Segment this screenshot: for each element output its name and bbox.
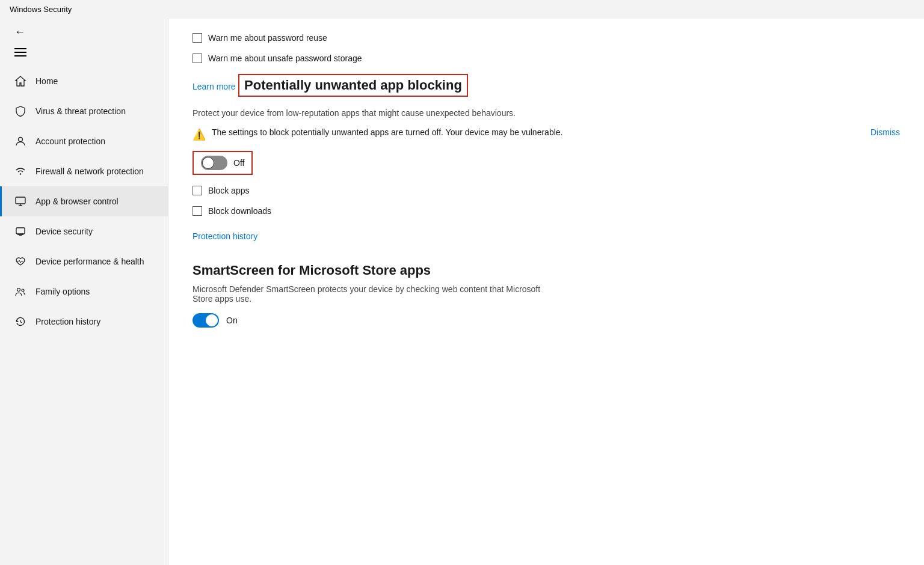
- sidebar-item-home-label: Home: [35, 76, 58, 86]
- protection-history-link[interactable]: Protection history: [192, 231, 257, 241]
- pua-toggle-box: Off: [192, 151, 253, 175]
- sidebar-item-virus-label: Virus & threat protection: [35, 106, 126, 116]
- pua-toggle-row: Off: [192, 151, 900, 175]
- svg-rect-2: [16, 197, 25, 204]
- sidebar-item-firewall-label: Firewall & network protection: [35, 166, 144, 176]
- main-content: Warn me about password reuse Warn me abo…: [168, 19, 924, 565]
- sidebar-item-app-browser-label: App & browser control: [35, 197, 119, 206]
- warning-icon: ⚠️: [192, 128, 206, 141]
- sidebar-item-device-security-label: Device security: [35, 227, 93, 236]
- heart-icon: [14, 255, 27, 268]
- sidebar-item-family-label: Family options: [35, 287, 90, 296]
- checkbox-warn-reuse-label: Warn me about password reuse: [208, 33, 327, 43]
- title-bar: Windows Security: [0, 0, 924, 19]
- checkbox-row-block-apps: Block apps: [192, 186, 900, 195]
- back-button[interactable]: ←: [10, 23, 30, 41]
- checkbox-warn-unsafe[interactable]: [192, 53, 202, 63]
- smartscreen-toggle-row: On: [192, 313, 900, 328]
- pua-description: Protect your device from low-reputation …: [192, 108, 553, 118]
- svg-point-6: [22, 289, 24, 292]
- family-icon: [14, 285, 27, 298]
- pua-toggle[interactable]: [201, 156, 227, 170]
- checkbox-block-apps-label: Block apps: [208, 186, 249, 195]
- wifi-icon: [14, 165, 27, 178]
- sidebar-item-virus[interactable]: Virus & threat protection: [0, 96, 168, 126]
- smartscreen-heading: SmartScreen for Microsoft Store apps: [192, 263, 900, 278]
- warning-text: The settings to block potentially unwant…: [212, 127, 864, 137]
- sidebar-item-account[interactable]: Account protection: [0, 126, 168, 156]
- device-icon: [14, 225, 27, 238]
- smartscreen-toggle-thumb: [206, 314, 218, 326]
- hamburger-row: [0, 46, 168, 66]
- hamburger-button[interactable]: [10, 46, 31, 59]
- pua-heading: Potentially unwanted app blocking: [244, 78, 462, 93]
- checkbox-row-warn-unsafe: Warn me about unsafe password storage: [192, 53, 900, 63]
- sidebar-item-home[interactable]: Home: [0, 66, 168, 96]
- svg-point-0: [19, 138, 23, 142]
- home-icon: [14, 75, 27, 88]
- person-icon: [14, 135, 27, 148]
- checkbox-block-apps[interactable]: [192, 186, 202, 195]
- sidebar: ← Home Virus & threat protection Account…: [0, 19, 168, 565]
- svg-point-5: [17, 289, 20, 292]
- sidebar-top: ←: [0, 19, 168, 46]
- smartscreen-description: Microsoft Defender SmartScreen protects …: [192, 284, 553, 304]
- smartscreen-toggle-label: On: [226, 316, 238, 325]
- sidebar-item-protection-history[interactable]: Protection history: [0, 307, 168, 337]
- checkbox-row-warn-reuse: Warn me about password reuse: [192, 33, 900, 43]
- smartscreen-toggle[interactable]: [192, 313, 219, 328]
- svg-point-1: [20, 173, 21, 174]
- shield-icon: [14, 105, 27, 118]
- sidebar-item-account-label: Account protection: [35, 136, 105, 146]
- checkbox-warn-reuse[interactable]: [192, 33, 202, 43]
- pua-toggle-thumb: [202, 157, 214, 169]
- checkbox-block-downloads[interactable]: [192, 206, 202, 216]
- sidebar-item-device-health-label: Device performance & health: [35, 257, 144, 266]
- sidebar-item-family[interactable]: Family options: [0, 276, 168, 307]
- checkbox-warn-unsafe-label: Warn me about unsafe password storage: [208, 53, 362, 63]
- history-icon: [14, 315, 27, 328]
- dismiss-link[interactable]: Dismiss: [870, 127, 900, 137]
- pua-heading-box: Potentially unwanted app blocking: [238, 74, 468, 97]
- pua-toggle-label: Off: [233, 158, 244, 168]
- app-title: Windows Security: [10, 5, 72, 14]
- warning-row: ⚠️ The settings to block potentially unw…: [192, 127, 900, 141]
- sidebar-item-app-browser[interactable]: App & browser control: [0, 186, 168, 216]
- sidebar-item-protection-history-label: Protection history: [35, 317, 100, 326]
- sidebar-item-device-health[interactable]: Device performance & health: [0, 246, 168, 276]
- checkbox-row-block-downloads: Block downloads: [192, 206, 900, 216]
- sidebar-item-firewall[interactable]: Firewall & network protection: [0, 156, 168, 186]
- checkbox-block-downloads-label: Block downloads: [208, 206, 271, 216]
- monitor-icon: [14, 195, 27, 208]
- learn-more-link[interactable]: Learn more: [192, 82, 236, 91]
- svg-rect-3: [16, 228, 25, 234]
- sidebar-item-device-security[interactable]: Device security: [0, 216, 168, 246]
